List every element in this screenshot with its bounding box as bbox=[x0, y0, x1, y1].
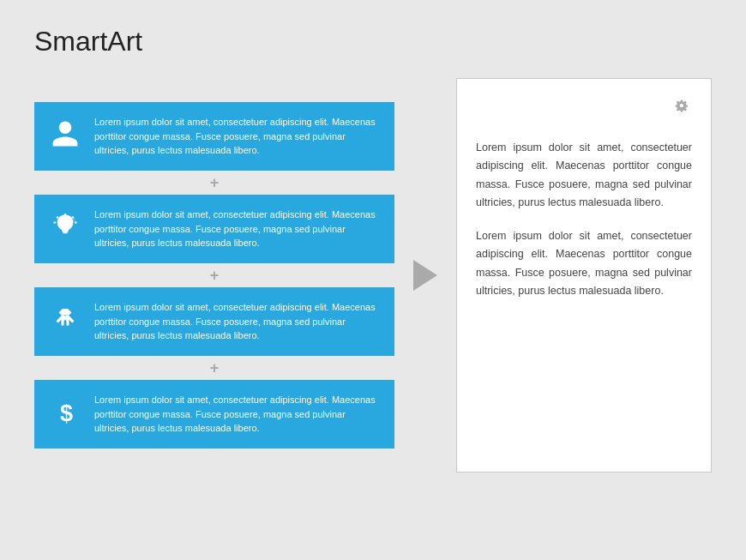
plus-divider-2: + bbox=[34, 263, 394, 287]
card-4-text: Lorem ipsum dolor sit amet, consectetuer… bbox=[94, 393, 381, 436]
right-panel: Lorem ipsum dolor sit amet, consectetuer… bbox=[456, 78, 712, 473]
svg-rect-8 bbox=[63, 232, 68, 233]
svg-rect-7 bbox=[63, 230, 68, 232]
card-2: Lorem ipsum dolor sit amet, consectetuer… bbox=[34, 195, 394, 263]
main-layout: Lorem ipsum dolor sit amet, consectetuer… bbox=[34, 78, 712, 473]
person-icon bbox=[48, 118, 82, 155]
card-1: Lorem ipsum dolor sit amet, consectetuer… bbox=[34, 102, 394, 171]
right-paragraph-2: Lorem ipsum dolor sit amet, consectetuer… bbox=[476, 227, 692, 300]
page: SmartArt Lorem ipsum dolor sit amet, con… bbox=[0, 0, 746, 560]
card-4: $ Lorem ipsum dolor sit amet, consectetu… bbox=[34, 380, 394, 449]
svg-line-2 bbox=[57, 216, 58, 218]
handshake-icon bbox=[48, 304, 82, 340]
card-1-text: Lorem ipsum dolor sit amet, consectetuer… bbox=[94, 115, 381, 158]
arrow-area bbox=[400, 260, 451, 291]
page-title: SmartArt bbox=[34, 26, 712, 57]
bulb-icon bbox=[48, 211, 82, 248]
plus-divider-3: + bbox=[34, 356, 394, 380]
dollar-icon: $ bbox=[48, 396, 82, 433]
svg-text:$: $ bbox=[60, 400, 73, 425]
right-arrow-icon bbox=[413, 260, 437, 291]
card-3-text: Lorem ipsum dolor sit amet, consectetuer… bbox=[94, 300, 381, 343]
left-column: Lorem ipsum dolor sit amet, consectetuer… bbox=[34, 102, 394, 449]
gear-icon bbox=[476, 96, 692, 129]
card-3: Lorem ipsum dolor sit amet, consectetuer… bbox=[34, 287, 394, 356]
card-2-text: Lorem ipsum dolor sit amet, consectetuer… bbox=[94, 208, 381, 250]
plus-divider-1: + bbox=[34, 171, 394, 195]
right-paragraph-1: Lorem ipsum dolor sit amet, consectetuer… bbox=[476, 139, 692, 212]
